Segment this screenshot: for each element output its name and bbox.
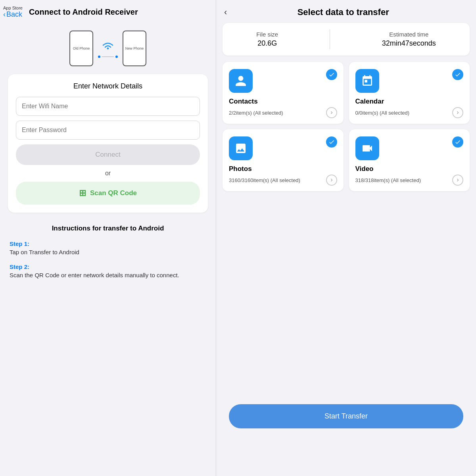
dot-1 xyxy=(98,56,100,58)
file-info-divider xyxy=(330,29,330,49)
data-card-name: Video xyxy=(355,165,464,173)
new-phone: New Phone xyxy=(123,31,146,66)
data-card-count: 2/2item(s) (All selected) xyxy=(229,110,283,116)
wifi-icon xyxy=(100,39,116,54)
connect-button[interactable]: Connect xyxy=(16,144,200,165)
password-input[interactable] xyxy=(16,121,200,140)
file-size-item: File size 20.6G xyxy=(256,31,278,48)
calendar-icon xyxy=(355,69,379,93)
arrow-circle[interactable] xyxy=(326,107,337,118)
right-back-button[interactable]: ‹ xyxy=(224,7,227,17)
estimated-time-value: 32min47seconds xyxy=(382,39,436,48)
estimated-time-item: Estimated time 32min47seconds xyxy=(382,31,436,48)
file-size-value: 20.6G xyxy=(256,39,278,48)
left-panel: App Store ‹ Back Connect to Android Rece… xyxy=(0,0,216,476)
data-grid: Contacts 2/2item(s) (All selected) Calen… xyxy=(216,62,476,191)
file-info-card: File size 20.6G Estimated time 32min47se… xyxy=(223,23,470,56)
qr-icon: ⊞ xyxy=(79,188,86,198)
step2-label: Step 2: xyxy=(10,263,206,270)
qr-label: Scan QR Code xyxy=(90,189,137,197)
connection-dots xyxy=(97,56,119,58)
check-icon xyxy=(326,69,337,80)
data-card-calendar[interactable]: Calendar 0/0item(s) (All selected) xyxy=(349,62,470,124)
network-heading: Enter Network Details xyxy=(16,82,200,90)
scan-qr-button[interactable]: ⊞ Scan QR Code xyxy=(16,182,200,205)
back-button[interactable]: App Store ‹ Back xyxy=(3,6,23,19)
data-card-bottom: 2/2item(s) (All selected) xyxy=(229,107,337,118)
phone-illustration: Old Phone New Phone xyxy=(0,23,216,70)
right-panel: ‹ Select data to transfer File size 20.6… xyxy=(216,0,476,476)
chevron-left-icon: ‹ xyxy=(3,10,6,19)
contacts-icon xyxy=(229,69,253,93)
data-card-bottom: 3160/3160item(s) (All selected) xyxy=(229,175,337,186)
app-store-label: App Store xyxy=(3,6,23,10)
or-label: or xyxy=(16,170,200,177)
data-card-top xyxy=(355,136,464,160)
data-card-name: Photos xyxy=(229,165,337,173)
step2-text: Scan the QR Code or enter network detail… xyxy=(10,272,206,278)
dot-2 xyxy=(115,56,118,58)
wifi-name-input[interactable] xyxy=(16,97,200,116)
page-title: Connect to Android Receiver xyxy=(29,8,138,17)
data-card-top xyxy=(229,136,337,160)
data-card-top xyxy=(229,69,337,93)
start-transfer-button[interactable]: Start Transfer xyxy=(229,404,463,428)
old-phone: Old Phone xyxy=(69,31,93,66)
wifi-connection-area xyxy=(97,39,119,58)
data-card-bottom: 0/0item(s) (All selected) xyxy=(355,107,464,118)
dot-connector xyxy=(102,56,114,57)
network-card: Enter Network Details Connect or ⊞ Scan … xyxy=(8,74,208,213)
data-card-top xyxy=(355,69,464,93)
instructions-heading: Instructions for transfer to Android xyxy=(10,225,206,232)
data-card-name: Contacts xyxy=(229,98,337,106)
data-card-video[interactable]: Video 318/318item(s) (All selected) xyxy=(349,129,470,191)
instructions-section: Instructions for transfer to Android Ste… xyxy=(0,217,216,294)
data-card-photos[interactable]: Photos 3160/3160item(s) (All selected) xyxy=(223,129,344,191)
photos-icon xyxy=(229,136,253,160)
back-label: Back xyxy=(6,10,22,19)
new-phone-label: New Phone xyxy=(125,46,144,50)
check-icon xyxy=(452,136,463,148)
back-link[interactable]: ‹ Back xyxy=(3,10,22,19)
old-phone-label: Old Phone xyxy=(73,46,90,50)
data-card-count: 0/0item(s) (All selected) xyxy=(355,110,410,116)
check-icon xyxy=(452,69,463,80)
arrow-circle[interactable] xyxy=(452,175,463,186)
check-icon xyxy=(326,136,337,148)
video-icon xyxy=(355,136,379,160)
left-header: App Store ‹ Back Connect to Android Rece… xyxy=(0,0,216,23)
file-size-label: File size xyxy=(256,31,278,38)
estimated-time-label: Estimated time xyxy=(382,31,436,38)
step1-label: Step 1: xyxy=(10,240,206,247)
data-card-name: Calendar xyxy=(355,98,464,106)
right-header: ‹ Select data to transfer xyxy=(216,0,476,23)
data-card-contacts[interactable]: Contacts 2/2item(s) (All selected) xyxy=(223,62,344,124)
step1-text: Tap on Transfer to Android xyxy=(10,249,206,255)
right-page-title: Select data to transfer xyxy=(233,7,453,17)
data-card-count: 318/318item(s) (All selected) xyxy=(355,177,421,183)
bottom-area: Start Transfer xyxy=(216,191,476,476)
data-card-count: 3160/3160item(s) (All selected) xyxy=(229,177,300,183)
data-card-bottom: 318/318item(s) (All selected) xyxy=(355,175,464,186)
arrow-circle[interactable] xyxy=(452,107,463,118)
arrow-circle[interactable] xyxy=(326,175,337,186)
